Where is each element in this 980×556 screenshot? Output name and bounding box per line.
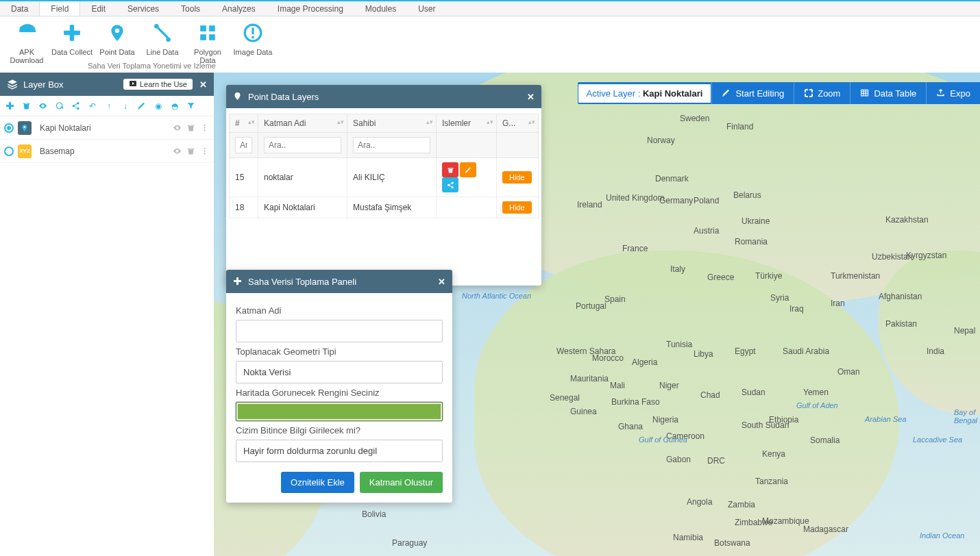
menu-services[interactable]: Services — [117, 1, 170, 16]
up-icon[interactable]: ↑ — [101, 99, 117, 114]
menu-modules[interactable]: Modules — [354, 1, 407, 16]
menu-field[interactable]: Field — [39, 1, 80, 16]
table-row: 18Kapi NoktalariMustafa ŞimşekHide — [230, 197, 539, 218]
point-data-header: Point Data Layers ✕ — [226, 85, 541, 108]
cell-num: 15 — [230, 158, 258, 197]
learn-label: Learn the Use — [140, 80, 187, 88]
hide-button[interactable]: Hide — [502, 171, 532, 184]
katman-input[interactable] — [236, 320, 443, 342]
layer-row-basemap[interactable]: XYZBasemap — [0, 140, 214, 163]
visible-icon[interactable] — [36, 99, 51, 114]
learn-the-use-button[interactable]: Learn the Use — [123, 79, 193, 90]
share-row-button[interactable] — [442, 177, 458, 192]
paint-icon[interactable]: ◓ — [167, 99, 182, 114]
start-editing-button[interactable]: Start Editing — [711, 82, 794, 104]
edit-icon[interactable] — [134, 99, 149, 114]
tool-polygon-data[interactable]: Polygon Data — [186, 21, 229, 64]
layer-thumb-icon — [18, 121, 32, 135]
point-data-table: #▴▾ Katman Adi▴▾ Sahibi▴▾ Islemler▴▾ G..… — [229, 114, 539, 218]
pin-icon — [233, 92, 243, 101]
tool-line-data[interactable]: Line Data — [141, 21, 184, 56]
col-islemler[interactable]: Islemler▴▾ — [437, 114, 497, 133]
export-button[interactable]: Expo — [926, 82, 980, 104]
layer-radio[interactable] — [4, 123, 14, 133]
cell-hide: Hide — [497, 158, 539, 197]
cell-sahibi: Mustafa Şimşek — [347, 197, 437, 218]
tool-label: Image Data — [232, 48, 274, 56]
tool-data-collect[interactable]: Data Collect — [51, 21, 93, 56]
active-layer-indicator: Active Layer : Kapi Noktalari — [578, 84, 712, 103]
menubar: DataFieldEditServicesToolsAnalyzesImage … — [0, 0, 980, 16]
refresh-icon[interactable] — [52, 99, 67, 114]
close-icon[interactable]: ✕ — [527, 92, 535, 102]
tool-point-data[interactable]: Point Data — [96, 21, 138, 56]
geom-label: Toplanacak Geometri Tipi — [236, 346, 443, 357]
cell-sahibi: Ali KILIÇ — [347, 158, 437, 197]
search-num[interactable] — [235, 137, 252, 153]
cell-actions — [437, 197, 497, 218]
dots-icon[interactable] — [200, 123, 210, 133]
point-data-title: Point Data Layers — [248, 92, 319, 102]
cell-hide: Hide — [497, 197, 539, 218]
layers-icon — [7, 79, 18, 90]
trash-icon[interactable] — [186, 123, 196, 133]
cizim-label: Cizim Bitince Bilgi Girilecek mi? — [236, 425, 443, 435]
oznitelik-ekle-button[interactable]: Oznitelik Ekle — [281, 472, 354, 493]
trash-icon[interactable] — [186, 147, 196, 156]
geom-select[interactable]: Nokta Verisi — [236, 361, 443, 383]
menu-image-processing[interactable]: Image Processing — [267, 1, 354, 16]
add-icon[interactable] — [3, 99, 18, 114]
tool-label: Point Data — [96, 48, 138, 56]
delete-icon[interactable] — [19, 99, 34, 114]
water-label: Laccadive Sea — [913, 435, 962, 444]
close-icon[interactable]: ✕ — [438, 277, 445, 287]
dots-icon[interactable] — [200, 147, 210, 156]
search-sahibi[interactable] — [353, 137, 430, 153]
active-layer-value: Kapi Noktalari — [643, 88, 702, 99]
hide-button[interactable]: Hide — [502, 201, 532, 214]
start-editing-label: Start Editing — [735, 88, 784, 99]
color-picker[interactable] — [236, 402, 443, 421]
menu-tools[interactable]: Tools — [170, 1, 211, 16]
layer-row-kapi-noktalari[interactable]: Kapi Noktalari — [0, 116, 214, 140]
tool-image-data[interactable]: Image Data — [232, 21, 274, 56]
menu-analyzes[interactable]: Analyzes — [211, 1, 267, 16]
eye-icon[interactable] — [173, 123, 182, 133]
close-icon[interactable]: ✕ — [199, 79, 207, 90]
cell-katman: noktalar — [258, 158, 347, 197]
layer-toolbar: ↶ ↑ ↓ ◉ ◓ — [0, 96, 214, 116]
data-table-button[interactable]: Data Table — [850, 82, 926, 104]
point-data-layers-panel: Point Data Layers ✕ #▴▾ Katman Adi▴▾ Sah… — [226, 85, 541, 286]
water-label: Indian Ocean — [920, 531, 964, 540]
katman-label: Katman Adi — [236, 305, 443, 316]
zoom-label: Zoom — [818, 88, 840, 99]
filter-icon[interactable] — [184, 99, 199, 114]
search-katman[interactable] — [264, 137, 341, 153]
col-num[interactable]: #▴▾ — [230, 114, 258, 133]
export-label: Expo — [950, 88, 970, 99]
col-g[interactable]: G...▴▾ — [497, 114, 539, 133]
col-sahibi[interactable]: Sahibi▴▾ — [347, 114, 437, 133]
menu-user[interactable]: User — [407, 1, 446, 16]
col-katman[interactable]: Katman Adi▴▾ — [258, 114, 347, 133]
saha-verisi-panel: Saha Verisi Toplama Paneli ✕ Katman Adi … — [226, 270, 452, 503]
zoom-button[interactable]: Zoom — [794, 82, 850, 104]
tool-label: APK Download — [5, 48, 48, 64]
layer-box-header: Layer Box Learn the Use ✕ — [0, 73, 214, 96]
tool-apk-download[interactable]: APK Download — [5, 21, 48, 64]
layer-radio[interactable] — [4, 147, 14, 156]
saha-verisi-title: Saha Verisi Toplama Paneli — [248, 277, 356, 287]
delete-row-button[interactable] — [442, 162, 458, 177]
menu-edit[interactable]: Edit — [80, 1, 117, 16]
style-icon[interactable]: ◉ — [151, 99, 166, 114]
share-icon[interactable] — [69, 99, 84, 114]
undo-icon[interactable]: ↶ — [85, 99, 100, 114]
down-icon[interactable]: ↓ — [118, 99, 133, 114]
edit-row-button[interactable] — [460, 162, 476, 177]
menu-data[interactable]: Data — [0, 1, 39, 16]
katmani-olustur-button[interactable]: Katmani Olustur — [360, 472, 443, 493]
eye-icon[interactable] — [173, 147, 182, 156]
cizim-select[interactable]: Hayir form doldurma zorunlu degil — [236, 440, 443, 462]
plus-icon — [51, 21, 93, 45]
country-label: Paraguay — [392, 538, 427, 548]
